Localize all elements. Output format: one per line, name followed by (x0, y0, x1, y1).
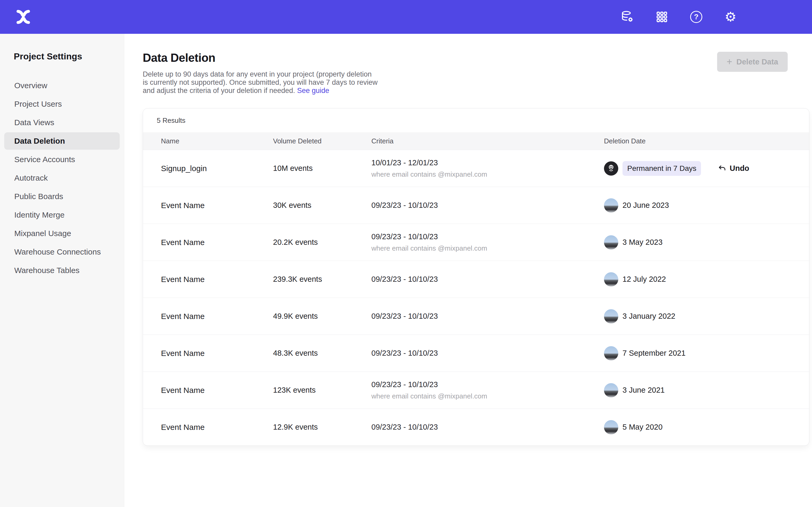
row-volume: 123K events (273, 386, 371, 395)
column-header-deletion-date: Deletion Date (604, 137, 809, 145)
row-criteria-subtext: where email contains @mixpanel.com (371, 244, 487, 252)
user-avatar (604, 420, 618, 434)
row-criteria: 09/23/23 - 10/10/23 (371, 232, 438, 241)
column-header-name: Name (143, 137, 273, 145)
undo-button[interactable]: Undo (718, 164, 749, 173)
sidebar-item-public-boards[interactable]: Public Boards (4, 188, 120, 205)
row-volume: 30K events (273, 201, 371, 210)
row-name: Event Name (143, 275, 273, 284)
delete-data-button[interactable]: + Delete Data (717, 52, 788, 72)
table-row: Event Name 30K events 09/23/23 - 10/10/2… (143, 187, 809, 224)
table-row: Event Name 239.3K events 09/23/23 - 10/1… (143, 261, 809, 298)
deletion-date: 3 May 2023 (622, 238, 663, 247)
table-row: Event Name 48.3K events 09/23/23 - 10/10… (143, 335, 809, 372)
main-content: Data Deletion Delete up to 90 days data … (124, 34, 812, 507)
sidebar-item-data-views[interactable]: Data Views (4, 114, 120, 131)
undo-label: Undo (729, 164, 749, 173)
sidebar-title: Project Settings (14, 51, 124, 61)
user-avatar (604, 161, 618, 176)
row-name: Event Name (143, 312, 273, 321)
sidebar-item-project-users[interactable]: Project Users (4, 95, 120, 113)
data-settings-icon[interactable] (620, 9, 635, 24)
sidebar-item-service-accounts[interactable]: Service Accounts (4, 151, 120, 168)
row-criteria: 09/23/23 - 10/10/23 (371, 201, 438, 210)
help-icon[interactable]: ? (689, 9, 704, 24)
user-avatar (604, 235, 618, 249)
sidebar-item-label: Autotrack (14, 173, 48, 182)
row-criteria: 09/23/23 - 10/10/23 (371, 275, 438, 284)
mixpanel-logo[interactable] (15, 8, 32, 25)
table-row: Event Name 12.9K events 09/23/23 - 10/10… (143, 408, 809, 446)
deletion-date: 7 September 2021 (622, 349, 686, 357)
deletion-date: 12 July 2022 (622, 275, 666, 284)
table-row: Signup_login 10M events 10/01/23 - 12/01… (143, 150, 809, 187)
status-badge: Permanent in 7 Days (622, 161, 701, 176)
question-mark-glyph: ? (690, 11, 702, 23)
user-avatar (604, 346, 618, 360)
sidebar: Project Settings Overview Project Users … (0, 34, 124, 507)
row-criteria: 10/01/23 - 12/01/23 (371, 158, 438, 167)
deletion-date: 20 June 2023 (622, 201, 669, 210)
sidebar-item-mixpanel-usage[interactable]: Mixpanel Usage (4, 225, 120, 242)
sidebar-item-warehouse-connections[interactable]: Warehouse Connections (4, 243, 120, 261)
user-avatar (604, 383, 618, 397)
row-criteria: 09/23/23 - 10/10/23 (371, 312, 438, 321)
sidebar-item-label: Warehouse Connections (14, 247, 101, 257)
column-header-volume: Volume Deleted (273, 137, 371, 145)
sidebar-item-warehouse-tables[interactable]: Warehouse Tables (4, 262, 120, 279)
sidebar-item-label: Public Boards (14, 192, 63, 201)
row-name: Event Name (143, 349, 273, 358)
deletion-date: 3 January 2022 (622, 312, 675, 321)
sidebar-item-label: Overview (14, 81, 47, 90)
row-name: Event Name (143, 238, 273, 247)
table-row: Event Name 20.2K events 09/23/23 - 10/10… (143, 224, 809, 261)
row-volume: 239.3K events (273, 275, 371, 284)
sidebar-item-label: Data Views (14, 118, 54, 127)
sidebar-item-identity-merge[interactable]: Identity Merge (4, 206, 120, 224)
plus-icon: + (727, 57, 732, 66)
row-name: Signup_login (143, 164, 273, 173)
page-description: Delete up to 90 days data for any event … (143, 70, 378, 95)
row-volume: 48.3K events (273, 349, 371, 357)
delete-data-label: Delete Data (737, 58, 778, 66)
sidebar-item-label: Data Deletion (14, 136, 65, 146)
row-volume: 10M events (273, 164, 371, 173)
results-count: 5 Results (143, 109, 809, 132)
row-name: Event Name (143, 423, 273, 432)
undo-arrow-icon (718, 164, 726, 173)
settings-icon[interactable]: ⚙ (723, 9, 738, 24)
sidebar-item-data-deletion[interactable]: Data Deletion (4, 132, 120, 150)
column-header-criteria: Criteria (371, 137, 604, 145)
row-criteria: 09/23/23 - 10/10/23 (371, 380, 438, 389)
row-name: Event Name (143, 201, 273, 210)
row-volume: 20.2K events (273, 238, 371, 247)
user-avatar (604, 198, 618, 213)
deletion-table-card: 5 Results Name Volume Deleted Criteria D… (143, 108, 809, 446)
user-avatar (604, 272, 618, 286)
table-header-row: Name Volume Deleted Criteria Deletion Da… (143, 132, 809, 150)
page-title: Data Deletion (143, 51, 812, 64)
sidebar-item-overview[interactable]: Overview (4, 77, 120, 94)
see-guide-link[interactable]: See guide (297, 87, 329, 95)
row-criteria: 09/23/23 - 10/10/23 (371, 349, 438, 357)
row-name: Event Name (143, 386, 273, 395)
deletion-date: 5 May 2020 (622, 423, 663, 432)
row-volume: 49.9K events (273, 312, 371, 321)
sidebar-item-label: Identity Merge (14, 211, 64, 219)
row-criteria-subtext: where email contains @mixpanel.com (371, 392, 487, 400)
row-volume: 12.9K events (273, 423, 371, 432)
gear-glyph: ⚙ (725, 10, 737, 23)
sidebar-item-autotrack[interactable]: Autotrack (4, 169, 120, 187)
apps-grid-icon[interactable] (654, 9, 669, 24)
sidebar-item-label: Warehouse Tables (14, 266, 80, 275)
deletion-date: 3 June 2021 (622, 386, 665, 395)
row-criteria: 09/23/23 - 10/10/23 (371, 423, 438, 432)
user-avatar (604, 309, 618, 324)
row-criteria-subtext: where email contains @mixpanel.com (371, 170, 487, 178)
sidebar-item-label: Project Users (14, 100, 62, 109)
table-row: Event Name 49.9K events 09/23/23 - 10/10… (143, 298, 809, 335)
sidebar-item-label: Service Accounts (14, 155, 75, 164)
sidebar-item-label: Mixpanel Usage (14, 229, 71, 238)
topbar: ? ⚙ (0, 0, 812, 34)
table-row: Event Name 123K events 09/23/23 - 10/10/… (143, 372, 809, 408)
